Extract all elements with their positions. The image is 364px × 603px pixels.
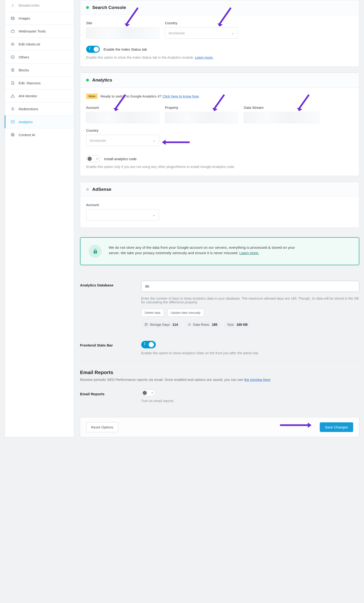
status-dot (86, 6, 89, 9)
panel-adsense: AdSense Account ⌄ (80, 182, 359, 228)
sidebar-item-htaccess[interactable]: Edit .htaccess (5, 77, 74, 90)
save-changes-button[interactable]: Save Changes (320, 422, 353, 432)
status-dot (86, 188, 89, 191)
sidebar-item-others[interactable]: Others (5, 51, 74, 64)
field-label: Country (165, 21, 238, 25)
panel-title: Search Console (92, 5, 126, 10)
chevron-down-icon: ⌄ (153, 213, 155, 217)
ga4-link[interactable]: Click here to know how (162, 94, 198, 98)
svg-point-6 (11, 55, 14, 59)
help-text: Enable this option only if you are not u… (86, 165, 353, 169)
svg-rect-11 (145, 324, 147, 326)
sidebar-item-label: Images (19, 16, 30, 20)
sidebar-item-label: Others (19, 55, 29, 59)
install-analytics-toggle[interactable] (86, 155, 100, 162)
frontend-stats-toggle[interactable]: ❙ (141, 341, 156, 348)
update-data-button[interactable]: Update data manually (167, 309, 204, 317)
note-badge: Note (86, 93, 98, 99)
ga-country-dropdown[interactable]: Worldwide ⌄ (86, 135, 159, 146)
blocks-icon (10, 67, 15, 72)
email-reports-intro: Receive periodic SEO Performance reports… (80, 378, 359, 382)
sidebar-item-label: Edit robots.txt (19, 42, 40, 46)
reset-options-button[interactable]: Reset Options (86, 422, 118, 432)
sidebar-item-breadcrumbs[interactable]: Breadcrumbs (5, 0, 74, 12)
analytics-db-days-input[interactable] (141, 281, 359, 292)
sidebar-item-analytics[interactable]: Analytics (5, 116, 74, 128)
annotation-arrow (279, 422, 312, 429)
list-icon (10, 54, 15, 60)
sidebar-item-label: Blocks (19, 68, 29, 72)
panel-title: AdSense (92, 187, 111, 192)
ga-account-field: Account (86, 105, 159, 123)
chevron-down-icon: ⌄ (231, 31, 234, 35)
ga-property-dropdown[interactable] (165, 112, 238, 123)
svg-rect-1 (12, 18, 14, 20)
file-icon (10, 80, 15, 85)
sidebar-item-label: Edit .htaccess (19, 81, 41, 85)
sc-country-field: Country Worldwide ⌄ (165, 21, 238, 39)
status-dot (86, 79, 89, 81)
lock-icon (89, 245, 102, 258)
sc-country-dropdown[interactable]: Worldwide ⌄ (165, 27, 238, 39)
sidebar-item-label: Analytics (19, 120, 33, 124)
panel-header: Analytics (80, 73, 359, 88)
svg-rect-0 (11, 17, 14, 19)
privacy-notice: We do not store any of the data from you… (80, 237, 359, 265)
privacy-learn-more-link[interactable]: Learn more. (239, 251, 259, 255)
learn-more-link[interactable]: Learn more. (195, 56, 213, 59)
help-text: Enter the number of days to keep Analyti… (141, 297, 359, 304)
ga-datastream-dropdown[interactable] (244, 112, 319, 123)
setting-label: Frontend Stats Bar (80, 341, 134, 355)
sc-site-dropdown[interactable] (86, 27, 159, 39)
panel-title: Analytics (92, 78, 112, 83)
svg-point-9 (12, 134, 14, 136)
svg-point-10 (12, 135, 13, 135)
preview-link[interactable]: the preview here (244, 378, 270, 382)
svg-rect-3 (11, 43, 14, 45)
adsense-account-field: Account ⌄ (86, 203, 159, 220)
sidebar-item-content-ai[interactable]: Content AI (5, 128, 74, 141)
sidebar-item-blocks[interactable]: Blocks (5, 64, 74, 77)
chart-icon (10, 119, 15, 124)
field-label: Data Stream (244, 105, 319, 110)
svg-point-5 (13, 44, 13, 45)
index-status-toggle[interactable]: ❙ (86, 46, 100, 53)
panel-header: Search Console (80, 0, 359, 15)
sidebar-item-404-monitor[interactable]: 404 Monitor (5, 90, 74, 103)
ga-account-dropdown[interactable] (86, 112, 159, 123)
sidebar-item-robots[interactable]: Edit robots.txt (5, 38, 74, 51)
settings-sidebar: Breadcrumbs Images Webmaster Tools Edit … (5, 0, 74, 437)
sidebar-item-label: Breadcrumbs (19, 3, 40, 7)
toggle-on-mark: ❙ (143, 342, 146, 345)
size-chip: Size: 160 KB (224, 321, 251, 328)
toggle-label: Enable the Index Status tab (104, 47, 147, 51)
setting-label: Email Reports (80, 390, 134, 403)
help-text: Enable this option to show Analytics Sta… (141, 351, 359, 355)
panel-analytics: Analytics Note Ready to switch to Google… (80, 72, 359, 176)
ga-country-field: Country Worldwide ⌄ (86, 128, 159, 146)
panel-header: AdSense (80, 182, 359, 197)
breadcrumbs-icon (10, 3, 15, 8)
sidebar-item-label: 404 Monitor (19, 94, 37, 98)
misc-settings: Analytics Database Enter the number of d… (80, 275, 359, 409)
email-reports-toggle[interactable] (141, 390, 155, 396)
sidebar-item-label: Webmaster Tools (19, 29, 46, 33)
delete-data-button[interactable]: Delete data (141, 309, 164, 317)
svg-rect-2 (11, 31, 14, 33)
toggle-label: Install analytics code (104, 157, 136, 161)
adsense-account-dropdown[interactable]: ⌄ (86, 209, 159, 220)
robot-icon (10, 41, 15, 47)
annotation-arrow (161, 139, 191, 146)
sidebar-item-label: Redirections (19, 107, 38, 111)
sidebar-item-redirections[interactable]: Redirections (5, 103, 74, 116)
target-icon (10, 132, 15, 137)
field-label: Account (86, 203, 159, 207)
svg-point-8 (11, 133, 14, 136)
sidebar-item-webmaster-tools[interactable]: Webmaster Tools (5, 25, 74, 38)
sidebar-item-images[interactable]: Images (5, 12, 74, 25)
toolbox-icon (10, 28, 15, 34)
setting-label: Analytics Database (80, 281, 134, 328)
storage-days-chip: Storage Days: 114 (141, 321, 181, 328)
help-text: Turn on email reports. (141, 399, 359, 403)
toggle-on-mark: ❙ (88, 47, 91, 50)
